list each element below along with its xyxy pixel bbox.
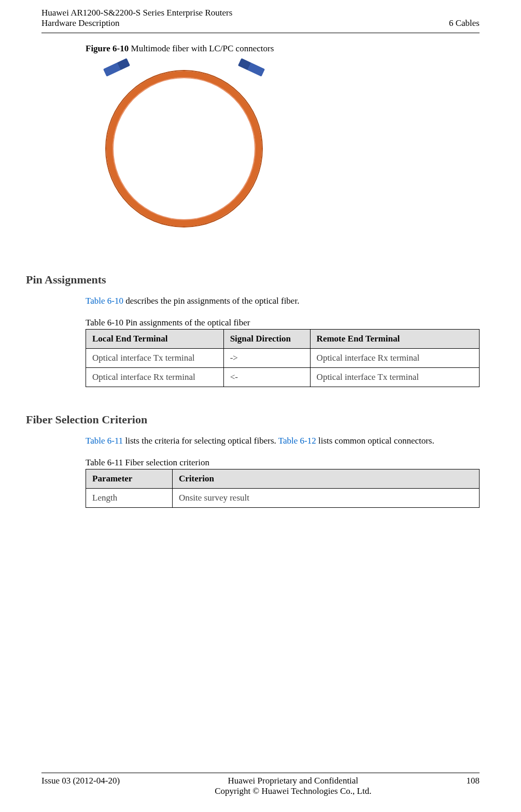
cell-dir-1: -> bbox=[223, 349, 310, 368]
th-signal-direction: Signal Direction bbox=[223, 330, 310, 349]
footer-divider bbox=[41, 773, 480, 773]
cell-onsite: Onsite survey result bbox=[172, 489, 479, 508]
section1-body: Table 6-10 describes the pin assignments… bbox=[86, 296, 480, 306]
table-header-row: Local End Terminal Signal Direction Remo… bbox=[86, 330, 480, 349]
table-row: Optical interface Tx terminal -> Optical… bbox=[86, 349, 480, 368]
footer-proprietary: Huawei Proprietary and Confidential bbox=[215, 776, 371, 786]
cell-local-tx: Optical interface Tx terminal bbox=[86, 349, 224, 368]
doc-title-line1: Huawei AR1200-S&2200-S Series Enterprise… bbox=[41, 8, 232, 18]
th-local-end: Local End Terminal bbox=[86, 330, 224, 349]
lc-connector-right-icon bbox=[238, 58, 265, 77]
cell-length: Length bbox=[86, 489, 173, 508]
lc-connector-left-icon bbox=[103, 58, 130, 77]
table-row: Optical interface Rx terminal <- Optical… bbox=[86, 368, 480, 387]
chapter-label: 6 Cables bbox=[449, 18, 480, 29]
th-parameter: Parameter bbox=[86, 469, 173, 489]
th-remote-end: Remote End Terminal bbox=[310, 330, 479, 349]
section2-body: Table 6-11 lists the criteria for select… bbox=[86, 436, 480, 446]
footer-issue: Issue 03 (2012-04-20) bbox=[41, 776, 120, 786]
footer-page-number: 108 bbox=[466, 776, 480, 786]
figure-label: Figure 6-10 bbox=[86, 44, 129, 53]
section-heading-fiber-selection: Fiber Selection Criterion bbox=[26, 413, 480, 426]
page-footer: Issue 03 (2012-04-20) Huawei Proprietary… bbox=[0, 773, 521, 812]
table-6-11-title: Fiber selection criterion bbox=[123, 458, 209, 467]
section2-body-end: lists common optical connectors. bbox=[316, 436, 434, 446]
th-criterion: Criterion bbox=[172, 469, 479, 489]
doc-title-line2: Hardware Description bbox=[41, 18, 232, 29]
cell-local-rx: Optical interface Rx terminal bbox=[86, 368, 224, 387]
cell-remote-tx: Optical interface Tx terminal bbox=[310, 368, 479, 387]
ref-link-table-6-12[interactable]: Table 6-12 bbox=[278, 436, 316, 446]
fiber-coil-icon bbox=[106, 71, 262, 226]
header-left: Huawei AR1200-S&2200-S Series Enterprise… bbox=[41, 8, 232, 29]
page-header: Huawei AR1200-S&2200-S Series Enterprise… bbox=[0, 0, 521, 31]
section2-body-mid: lists the criteria for selecting optical… bbox=[123, 436, 278, 446]
table-fiber-selection: Parameter Criterion Length Onsite survey… bbox=[86, 469, 480, 508]
table-header-row: Parameter Criterion bbox=[86, 469, 480, 489]
footer-copyright: Copyright © Huawei Technologies Co., Ltd… bbox=[215, 786, 371, 796]
ref-link-table-6-11[interactable]: Table 6-11 bbox=[86, 436, 123, 446]
table-6-11-caption: Table 6-11 Fiber selection criterion bbox=[86, 458, 480, 468]
table-pin-assignments: Local End Terminal Signal Direction Remo… bbox=[86, 329, 480, 387]
footer-center: Huawei Proprietary and Confidential Copy… bbox=[215, 776, 371, 796]
section1-body-text: describes the pin assignments of the opt… bbox=[123, 296, 299, 306]
table-6-10-caption: Table 6-10 Pin assignments of the optica… bbox=[86, 318, 480, 328]
figure-title: Multimode fiber with LC/PC connectors bbox=[129, 44, 274, 53]
table-6-10-label: Table 6-10 bbox=[86, 318, 123, 327]
table-6-10-title: Pin assignments of the optical fiber bbox=[123, 318, 250, 327]
figure-image bbox=[98, 58, 270, 234]
header-right: 6 Cables bbox=[449, 8, 480, 29]
cell-remote-rx: Optical interface Rx terminal bbox=[310, 349, 479, 368]
figure-caption: Figure 6-10 Multimode fiber with LC/PC c… bbox=[86, 44, 480, 54]
cell-dir-2: <- bbox=[223, 368, 310, 387]
table-row: Length Onsite survey result bbox=[86, 489, 480, 508]
table-6-11-label: Table 6-11 bbox=[86, 458, 123, 467]
section-heading-pin-assignments: Pin Assignments bbox=[26, 273, 480, 287]
ref-link-table-6-10[interactable]: Table 6-10 bbox=[86, 296, 123, 306]
header-divider bbox=[41, 33, 480, 33]
